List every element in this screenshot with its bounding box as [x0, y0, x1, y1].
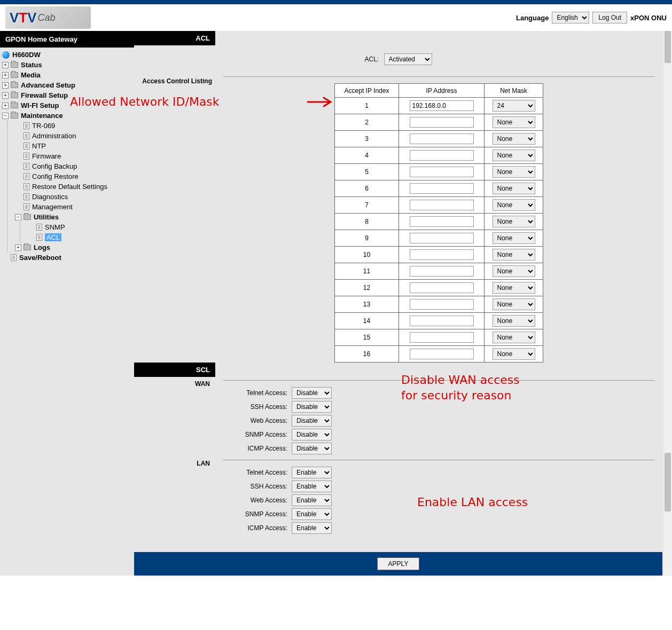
- acl-ip-input[interactable]: [410, 332, 474, 343]
- tree-device[interactable]: H660DW: [2, 50, 134, 60]
- expand-icon[interactable]: +: [2, 82, 9, 89]
- language-select[interactable]: English: [552, 12, 589, 23]
- tree-restore-default[interactable]: Restore Default Settings: [7, 182, 134, 192]
- acl-mask-select[interactable]: None: [493, 232, 535, 244]
- acl-ip-input[interactable]: [410, 183, 474, 194]
- acl-row: 124: [335, 98, 543, 114]
- acl-mask-cell: None: [485, 147, 543, 164]
- tree-save-reboot[interactable]: Save/Reboot: [2, 253, 134, 263]
- acl-activation-select[interactable]: Activated: [384, 53, 432, 65]
- tree-logs[interactable]: +Logs: [7, 242, 134, 253]
- acl-mask-cell: None: [485, 247, 543, 263]
- lan-snmp-select[interactable]: Enable: [292, 508, 332, 520]
- acl-mask-select[interactable]: None: [493, 183, 535, 194]
- wan-ssh-select[interactable]: Disable: [292, 401, 332, 413]
- acl-mask-select[interactable]: None: [493, 116, 535, 128]
- tree-media[interactable]: +Media: [2, 70, 134, 80]
- acl-ip-input[interactable]: [410, 133, 474, 144]
- tree-firmware[interactable]: Firmware: [7, 151, 134, 161]
- collapse-icon[interactable]: −: [2, 113, 9, 119]
- folder-icon: [11, 103, 18, 108]
- tree-diagnostics[interactable]: Diagnostics: [7, 192, 134, 202]
- acl-ip-input[interactable]: [410, 266, 474, 277]
- lan-icmp-select[interactable]: Enable: [292, 522, 332, 534]
- tree-acl[interactable]: ACL: [20, 232, 134, 242]
- expand-icon[interactable]: +: [2, 92, 9, 99]
- acl-mask-select[interactable]: 24: [493, 100, 535, 112]
- lan-telnet-select[interactable]: Enable: [292, 467, 332, 478]
- acl-ip-input[interactable]: [410, 216, 474, 227]
- tree-config-restore[interactable]: Config Restore: [7, 171, 134, 182]
- tree-ntp[interactable]: NTP: [7, 141, 134, 151]
- acl-mask-select[interactable]: None: [493, 133, 535, 145]
- acl-ip-input[interactable]: [410, 249, 474, 260]
- tree-wifi[interactable]: +WI-FI Setup: [2, 100, 134, 111]
- wan-web-select[interactable]: Disable: [292, 415, 332, 427]
- page-icon: [24, 163, 29, 170]
- lan-web-select[interactable]: Enable: [292, 494, 332, 506]
- acl-mask-select[interactable]: None: [493, 298, 535, 310]
- scrollbar[interactable]: [663, 31, 672, 576]
- acl-mask-select[interactable]: None: [493, 348, 535, 360]
- acl-ip-input[interactable]: [410, 117, 474, 128]
- acl-ip-input[interactable]: [410, 167, 474, 177]
- folder-icon: [11, 113, 18, 119]
- sidebar: GPON Home Gateway H660DW +Status +Media …: [0, 31, 134, 576]
- wan-icmp-select[interactable]: Disable: [292, 443, 332, 454]
- wan-telnet-select[interactable]: Disable: [292, 387, 332, 399]
- acl-mask-select[interactable]: None: [493, 282, 535, 294]
- acl-mask-select[interactable]: None: [493, 216, 535, 227]
- apply-button[interactable]: APPLY: [377, 557, 420, 570]
- acl-mask-cell: None: [485, 329, 543, 346]
- expand-icon[interactable]: +: [15, 245, 21, 251]
- acl-mask-select[interactable]: None: [493, 265, 535, 277]
- page-icon: [36, 224, 42, 231]
- acl-ip-cell: [399, 329, 485, 346]
- tree-management[interactable]: Management: [7, 202, 134, 212]
- acl-mask-select[interactable]: None: [493, 249, 535, 261]
- expand-icon[interactable]: +: [2, 103, 9, 109]
- tree-status[interactable]: +Status: [2, 60, 134, 70]
- tree-firewall[interactable]: +Firewall Setup: [2, 90, 134, 100]
- tree-maintenance[interactable]: −Maintenance: [2, 111, 134, 121]
- acl-ip-input[interactable]: [410, 200, 474, 210]
- folder-icon: [11, 92, 18, 98]
- acl-table: Accept IP Index IP Address Net Mask 1242…: [334, 83, 543, 363]
- folder-icon: [24, 214, 31, 220]
- logout-button[interactable]: Log Out: [592, 12, 627, 23]
- wan-snmp-select[interactable]: Disable: [292, 429, 332, 440]
- tree-utilities[interactable]: −Utilities: [7, 212, 134, 222]
- lan-web-row: Web Access:Enable: [223, 494, 654, 506]
- tree-config-backup[interactable]: Config Backup: [7, 161, 134, 171]
- acl-ip-input[interactable]: [410, 100, 474, 111]
- acl-mask-select[interactable]: None: [493, 332, 535, 343]
- tree-advanced[interactable]: +Advanced Setup: [2, 80, 134, 90]
- tree-tr069[interactable]: TR-069: [7, 121, 134, 131]
- lan-ssh-select[interactable]: Enable: [292, 481, 332, 492]
- acl-mask-select[interactable]: None: [493, 199, 535, 211]
- acl-ip-input[interactable]: [410, 282, 474, 293]
- acl-mask-select[interactable]: None: [493, 315, 535, 327]
- expand-icon[interactable]: +: [2, 72, 9, 78]
- acl-ip-input[interactable]: [410, 316, 474, 326]
- wan-ssh-row: SSH Access:Disable: [223, 401, 654, 413]
- acl-ip-input[interactable]: [410, 349, 474, 359]
- acl-row: 8None: [335, 214, 543, 230]
- expand-icon[interactable]: +: [2, 62, 9, 68]
- tree-snmp[interactable]: SNMP: [20, 222, 134, 232]
- acl-ip-input[interactable]: [410, 299, 474, 310]
- acl-row: 13None: [335, 296, 543, 313]
- collapse-icon[interactable]: −: [15, 214, 21, 220]
- acl-mask-select[interactable]: None: [493, 166, 535, 178]
- acl-mask-cell: 24: [485, 98, 543, 114]
- acl-ip-cell: [399, 313, 485, 329]
- acl-ip-input[interactable]: [410, 150, 474, 161]
- acl-mask-cell: None: [485, 280, 543, 296]
- separator: [223, 380, 654, 381]
- acl-mask-select[interactable]: None: [493, 149, 535, 161]
- acl-row: 3None: [335, 131, 543, 147]
- tree-administration[interactable]: Administration: [7, 131, 134, 141]
- acl-ip-input[interactable]: [410, 233, 474, 243]
- acl-ip-cell: [399, 230, 485, 247]
- wan-web-row: Web Access:Disable: [223, 415, 654, 427]
